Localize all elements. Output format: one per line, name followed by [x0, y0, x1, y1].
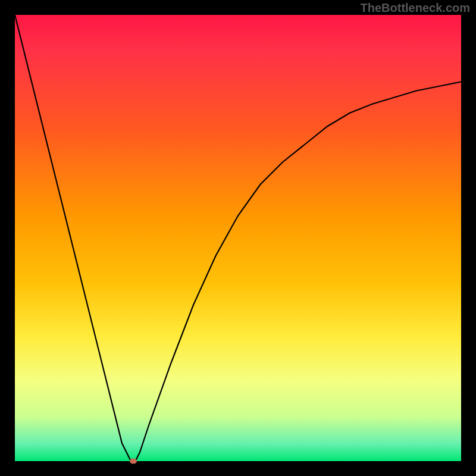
chart-plot-area	[15, 15, 461, 461]
optimal-point-marker	[130, 459, 137, 464]
watermark-text: TheBottleneck.com	[361, 1, 470, 15]
curve-svg	[15, 15, 461, 461]
bottleneck-curve	[15, 15, 461, 461]
